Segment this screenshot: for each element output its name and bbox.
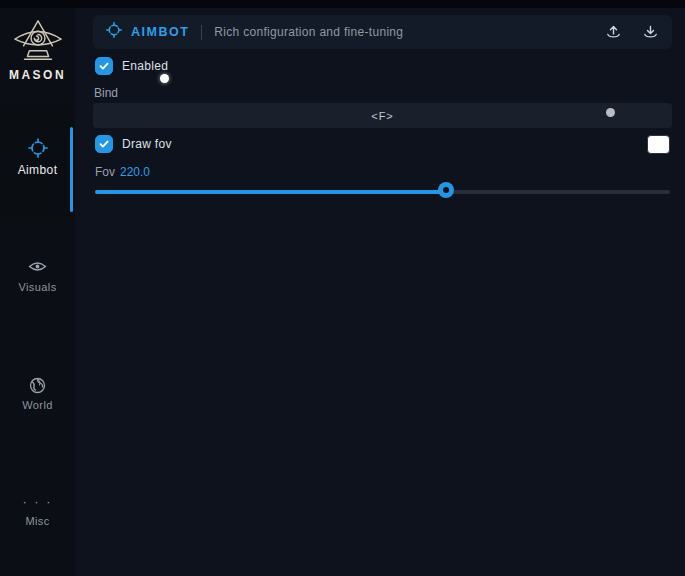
enabled-checkbox[interactable]: [95, 57, 113, 75]
sidebar: MASON Aimbot Visuals: [0, 8, 75, 576]
window-top-strip: [0, 0, 685, 8]
draw-fov-row: Draw fov: [95, 135, 172, 153]
fov-value-row: Fov220.0: [95, 165, 150, 179]
page-header: AIMBOT Rich configuration and fine-tunin…: [93, 15, 672, 49]
sidebar-item-label: Visuals: [0, 281, 75, 293]
crosshair-icon: [106, 22, 122, 42]
page-subtitle: Rich configuration and fine-tuning: [214, 25, 403, 39]
active-indicator-bar: [70, 127, 73, 212]
sidebar-item-label: Aimbot: [0, 163, 75, 177]
sidebar-item-label: Misc: [0, 515, 75, 527]
enabled-row: Enabled: [95, 57, 168, 75]
sidebar-item-label: World: [0, 399, 75, 411]
keybind-value: <F>: [371, 110, 394, 122]
fov-slider[interactable]: [95, 182, 670, 202]
bind-label: Bind: [94, 86, 118, 100]
fov-slider-fill: [95, 190, 446, 194]
eye-icon: [0, 259, 75, 277]
header-divider: [201, 25, 202, 40]
globe-icon: [0, 377, 75, 398]
keybind-input[interactable]: <F>: [93, 103, 672, 128]
draw-fov-label: Draw fov: [122, 137, 172, 151]
download-icon: [642, 28, 659, 43]
app-title: MASON: [0, 68, 75, 82]
fov-slider-handle[interactable]: [438, 182, 454, 198]
crosshair-icon: [0, 138, 75, 162]
mouse-cursor: [160, 74, 169, 83]
page-title: AIMBOT: [131, 25, 189, 39]
draw-fov-checkbox[interactable]: [95, 135, 113, 153]
draw-fov-color-swatch[interactable]: [647, 135, 670, 154]
enabled-label: Enabled: [122, 59, 168, 73]
fov-label: Fov: [95, 165, 115, 179]
upload-icon: [605, 28, 622, 43]
import-config-button[interactable]: [642, 24, 659, 40]
main-panel: AIMBOT Rich configuration and fine-tunin…: [75, 8, 685, 576]
fov-value: 220.0: [120, 165, 150, 179]
app-logo: MASON: [0, 18, 75, 82]
mason-eye-pyramid-icon: [0, 18, 75, 66]
export-config-button[interactable]: [605, 24, 622, 40]
sidebar-item-aimbot[interactable]: Aimbot: [0, 105, 75, 218]
dot-icon[interactable]: [606, 108, 615, 117]
ellipsis-icon: · · ·: [0, 494, 75, 509]
